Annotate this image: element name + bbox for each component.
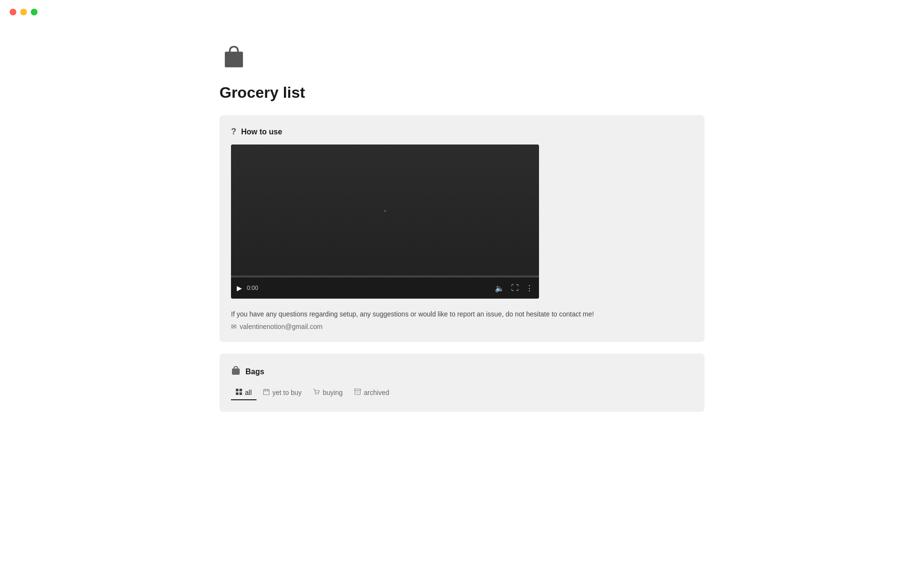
svg-rect-3 <box>240 389 243 392</box>
main-content: Grocery list ? How to use ▶ 0:00 🔈 ⛶ ⋮ <box>173 24 751 431</box>
svg-rect-0 <box>225 52 243 67</box>
page-title: Grocery list <box>219 84 705 102</box>
tab-archived-label: archived <box>364 389 389 396</box>
svg-point-11 <box>318 394 319 394</box>
calendar-icon <box>263 389 270 396</box>
tab-buying[interactable]: buying <box>308 386 347 400</box>
time-display: 0:00 <box>247 285 490 291</box>
minimize-button[interactable] <box>20 9 27 15</box>
tab-all[interactable]: all <box>231 386 257 400</box>
svg-rect-2 <box>236 389 239 392</box>
fullscreen-icon[interactable]: ⛶ <box>511 284 519 292</box>
contact-email-row: ✉ valentinenotion@gmail.com <box>231 323 693 330</box>
video-area <box>231 144 539 277</box>
contact-text: If you have any questions regarding setu… <box>231 310 693 318</box>
email-address: valentinenotion@gmail.com <box>240 323 322 330</box>
svg-rect-12 <box>354 389 360 391</box>
tab-all-label: all <box>245 389 252 396</box>
more-options-icon[interactable]: ⋮ <box>526 284 533 293</box>
video-ctrl-icons: 🔈 ⛶ ⋮ <box>495 284 533 293</box>
tabs-row: all yet to buy <box>231 386 693 400</box>
volume-icon[interactable]: 🔈 <box>495 284 504 293</box>
grid-icon <box>236 389 242 396</box>
tab-yet-to-buy[interactable]: yet to buy <box>258 386 307 400</box>
bags-bag-icon <box>231 365 241 378</box>
tab-archived[interactable]: archived <box>349 386 394 400</box>
svg-point-10 <box>315 394 316 394</box>
svg-rect-5 <box>240 393 243 395</box>
maximize-button[interactable] <box>31 9 38 15</box>
cart-icon <box>313 389 320 396</box>
close-button[interactable] <box>10 9 16 15</box>
tab-yet-to-buy-label: yet to buy <box>272 389 302 396</box>
svg-rect-1 <box>232 368 240 375</box>
video-center-dot <box>384 210 386 212</box>
bags-title: Bags <box>245 368 264 376</box>
traffic-lights <box>0 0 924 24</box>
bags-card: Bags all <box>219 354 705 412</box>
svg-rect-6 <box>264 390 270 395</box>
how-to-use-card: ? How to use ▶ 0:00 🔈 ⛶ ⋮ If you have <box>219 115 705 342</box>
card-header: ? How to use <box>231 127 693 137</box>
tab-buying-label: buying <box>323 389 343 396</box>
email-icon: ✉ <box>231 323 237 330</box>
archive-icon <box>354 389 361 396</box>
app-icon <box>219 43 705 74</box>
how-to-use-title: How to use <box>241 128 282 136</box>
question-icon: ? <box>231 127 236 137</box>
video-controls: ▶ 0:00 🔈 ⛶ ⋮ <box>231 277 539 299</box>
bags-header: Bags <box>231 365 693 378</box>
video-player[interactable]: ▶ 0:00 🔈 ⛶ ⋮ <box>231 144 539 299</box>
play-button[interactable]: ▶ <box>237 284 242 292</box>
svg-rect-4 <box>236 393 239 395</box>
